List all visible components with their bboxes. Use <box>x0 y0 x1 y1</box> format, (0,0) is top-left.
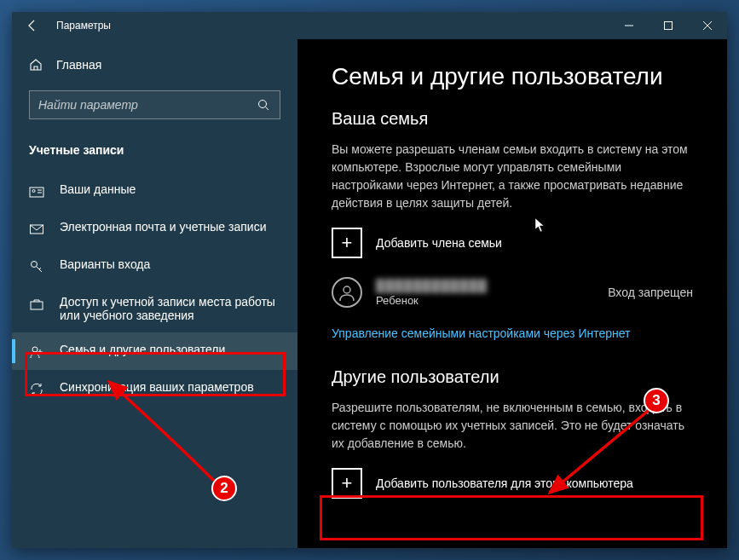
sidebar-item-sync[interactable]: Синхронизация ваших параметров <box>12 370 297 407</box>
sidebar-item-label: Семья и другие пользователи <box>60 343 225 356</box>
maximize-button[interactable] <box>649 12 688 39</box>
page-title: Семья и другие пользователи <box>332 63 693 90</box>
close-button[interactable] <box>688 12 727 39</box>
home-link[interactable]: Главная <box>12 51 297 78</box>
svg-point-9 <box>32 262 38 268</box>
cursor-icon <box>534 217 546 233</box>
id-card-icon <box>29 184 44 199</box>
sidebar-item-label: Варианты входа <box>60 257 150 271</box>
sidebar-item-email[interactable]: Электронная почта и учетные записи <box>12 210 297 247</box>
key-icon <box>29 259 44 274</box>
sync-icon <box>29 382 44 397</box>
back-button[interactable] <box>12 12 53 39</box>
titlebar: Параметры <box>12 12 727 39</box>
annotation-badge-3: 3 <box>644 388 669 413</box>
manage-family-link[interactable]: Управление семейными настройками через И… <box>332 326 693 340</box>
sidebar-item-label: Синхронизация ваших параметров <box>60 380 254 394</box>
window-controls <box>609 12 727 39</box>
avatar-icon <box>332 277 362 308</box>
member-role: Ребенок <box>376 294 608 307</box>
minimize-button[interactable] <box>609 12 649 39</box>
sidebar-item-your-info[interactable]: Ваши данные <box>12 172 297 210</box>
settings-window: Параметры Главная Учетные записи <box>12 12 727 548</box>
annotation-badge-2: 2 <box>211 476 237 501</box>
content-panel: Семья и другие пользователи Ваша семья В… <box>297 39 727 548</box>
search-input[interactable] <box>38 98 257 112</box>
sidebar-item-signin-options[interactable]: Варианты входа <box>12 247 297 285</box>
briefcase-icon <box>29 297 44 312</box>
family-member-row[interactable]: ████████████ Ребенок Вход запрещен <box>332 277 693 308</box>
plus-icon: + <box>332 228 362 258</box>
plus-icon: + <box>332 468 362 499</box>
add-family-member-button[interactable]: + Добавить члена семьи <box>332 228 693 258</box>
sidebar-item-work-access[interactable]: Доступ к учетной записи места работы или… <box>12 285 297 332</box>
home-label: Главная <box>56 58 101 72</box>
search-box[interactable] <box>29 90 280 119</box>
svg-rect-1 <box>665 22 673 30</box>
member-status: Вход запрещен <box>608 286 693 299</box>
sidebar-item-label: Ваши данные <box>60 182 136 196</box>
family-description: Вы можете разрешать членам семьи входить… <box>332 141 693 212</box>
svg-rect-10 <box>31 302 43 309</box>
add-family-label: Добавить члена семьи <box>376 236 502 250</box>
sidebar-item-label: Доступ к учетной записи места работы или… <box>60 295 280 322</box>
home-icon <box>29 58 44 72</box>
sidebar: Главная Учетные записи Ваши данные Элект… <box>12 39 297 548</box>
sidebar-item-label: Электронная почта и учетные записи <box>60 220 266 234</box>
others-section-title: Другие пользователи <box>332 367 693 387</box>
svg-point-2 <box>259 100 267 107</box>
others-description: Разрешите пользователям, не включенным в… <box>332 399 693 453</box>
svg-point-14 <box>344 286 350 293</box>
sidebar-item-family[interactable]: Семья и другие пользователи <box>12 332 297 370</box>
member-info: ████████████ Ребенок <box>376 279 608 307</box>
window-title: Параметры <box>53 20 609 32</box>
add-other-user-button[interactable]: + Добавить пользователя для этого компью… <box>332 468 693 499</box>
sidebar-category: Учетные записи <box>12 136 297 172</box>
svg-point-5 <box>32 190 35 193</box>
search-icon <box>257 99 271 112</box>
mail-icon <box>29 222 44 237</box>
people-icon <box>29 344 44 360</box>
svg-point-11 <box>32 347 38 352</box>
svg-line-3 <box>266 107 269 110</box>
add-other-label: Добавить пользователя для этого компьюте… <box>376 476 633 490</box>
family-section-title: Ваша семья <box>332 109 693 129</box>
member-name: ████████████ <box>376 279 608 292</box>
